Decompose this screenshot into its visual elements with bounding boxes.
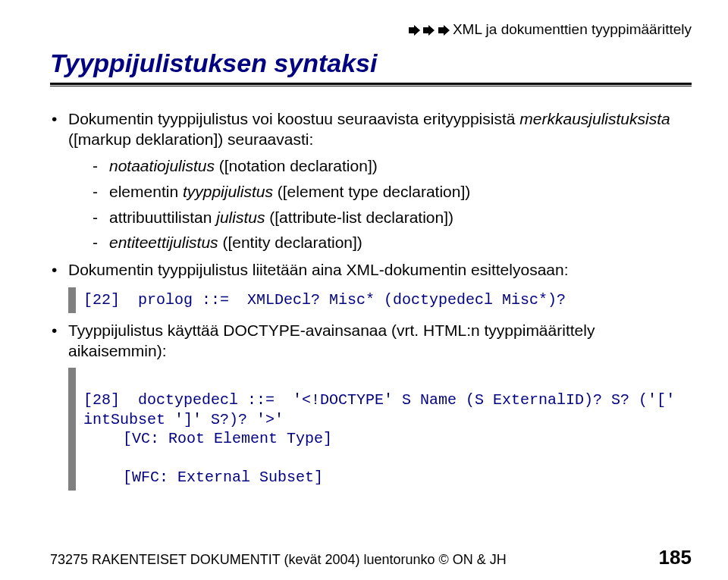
page-title: Tyyppijulistuksen syntaksi (50, 49, 692, 78)
bullet-list-2: Tyyppijulistus käyttää DOCTYPE-avainsana… (50, 321, 692, 362)
svg-marker-2 (438, 25, 450, 36)
dash-4: entiteettijulistus ([entity declaration]… (93, 233, 692, 253)
text: ([markup deklaration]) seuraavasti: (68, 130, 313, 148)
breadcrumb-text: XML ja dokumenttien tyyppimäärittely (453, 21, 692, 37)
arrow-icon (438, 21, 450, 38)
bullet-list: Dokumentin tyyppijulistus voi koostuu se… (50, 109, 692, 281)
svg-marker-0 (409, 25, 420, 36)
italic-term: entiteettijulistus (109, 234, 218, 251)
code-line: [28] doctypedecl ::= '<!DOCTYPE' S Name … (83, 391, 684, 428)
italic-term: julistus (216, 208, 265, 226)
code-line: [VC: Root Element Type] (83, 429, 692, 449)
arrow-icon (409, 21, 421, 38)
dash-2: elementin tyyppijulistus ([element type … (93, 182, 692, 202)
breadcrumb: XML ja dokumenttien tyyppimäärittely (50, 21, 692, 38)
text: Dokumentin tyyppijulistus voi koostuu se… (68, 110, 519, 127)
rule-thick (50, 83, 692, 85)
italic-term: merkkausjulistuksista (519, 110, 670, 127)
italic-term: notaatiojulistus (109, 157, 215, 174)
code-block-2: [28] doctypedecl ::= '<!DOCTYPE' S Name … (68, 368, 692, 491)
text: ([attribute-list declaration]) (265, 208, 453, 226)
bullet-1: Dokumentin tyyppijulistus voi koostuu se… (50, 109, 692, 253)
bullet-2: Dokumentin tyyppijulistus liitetään aina… (50, 260, 692, 281)
page-number: 185 (659, 546, 692, 569)
dash-3: attribuuttilistan julistus ([attribute-l… (93, 208, 692, 228)
arrow-icon (423, 21, 435, 38)
text: attribuuttilistan (109, 208, 216, 226)
text: ([entity declaration]) (218, 234, 362, 251)
svg-marker-1 (423, 25, 435, 36)
bullet-3: Tyyppijulistus käyttää DOCTYPE-avainsana… (50, 321, 692, 362)
dash-1: notaatiojulistus ([notation declaration]… (93, 156, 692, 177)
dash-list: notaatiojulistus ([notation declaration]… (68, 156, 692, 254)
text: ([notation declaration]) (215, 157, 378, 174)
rule-thin (50, 86, 692, 86)
italic-term: tyyppijulistus (183, 183, 273, 200)
text: ([element type declaration]) (273, 183, 470, 200)
code-line: [WFC: External Subset] (83, 468, 692, 488)
text: elementin (109, 183, 183, 200)
footer: 73275 RAKENTEISET DOKUMENTIT (kevät 2004… (50, 546, 692, 569)
code-block-1: [22] prolog ::= XMLDecl? Misc* (doctyped… (68, 287, 692, 313)
footer-text: 73275 RAKENTEISET DOKUMENTIT (kevät 2004… (50, 552, 507, 568)
